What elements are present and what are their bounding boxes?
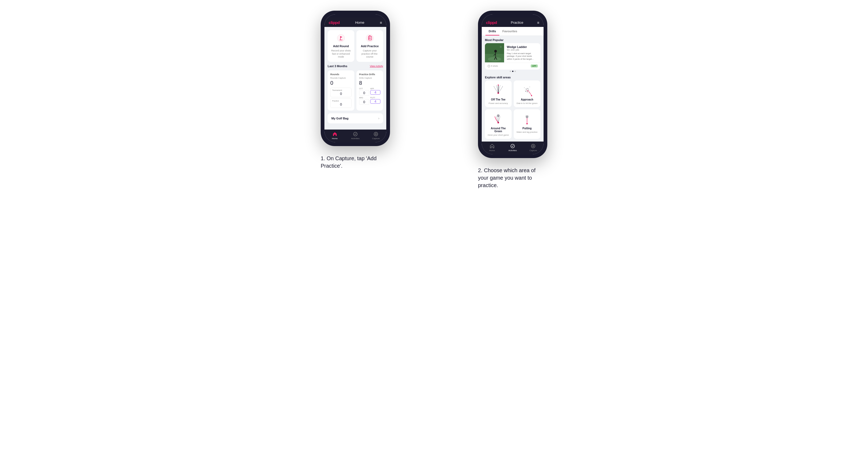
featured-footer: 9 shots APP xyxy=(485,63,540,69)
svg-point-26 xyxy=(528,88,528,89)
featured-img: ☆ xyxy=(485,43,504,62)
dot-3 xyxy=(515,71,516,72)
nav-activities-label-2: Activities xyxy=(508,149,517,152)
approach-subtitle: Dial-in to hit the green xyxy=(517,102,537,104)
putting-subtitle: Make and lag practice xyxy=(517,131,537,133)
action-cards-row: Add Round Record your shots fast or enha… xyxy=(328,30,383,62)
svg-point-32 xyxy=(529,93,530,94)
skill-off-the-tee[interactable]: Off The Tee Power and accuracy xyxy=(485,81,512,107)
phone1-inner: clippd Home ≡ xyxy=(324,14,386,142)
off-the-tee-title: Off The Tee xyxy=(491,98,505,101)
golf-bag-chevron: › xyxy=(378,117,379,120)
nav-capture-label-1: Capture xyxy=(372,137,380,140)
ott-label: OTT xyxy=(359,88,369,90)
golf-bag-label: My Golf Bag xyxy=(331,117,348,120)
nav-capture-1[interactable]: Capture xyxy=(366,132,386,140)
explore-section: Explore skill areas xyxy=(485,76,540,139)
svg-point-27 xyxy=(528,90,529,91)
phone2-bottom-nav: Home Activities xyxy=(482,142,544,154)
featured-yardage: 50–100 yds xyxy=(507,49,538,51)
menu-icon-1[interactable]: ≡ xyxy=(380,21,382,25)
most-popular-label: Most Popular xyxy=(485,38,540,41)
page-container: clippd Home ≡ xyxy=(287,11,581,189)
add-round-subtitle: Record your shots fast or enhanced mode xyxy=(330,49,352,59)
svg-point-30 xyxy=(524,87,525,88)
explore-label: Explore skill areas xyxy=(485,76,540,79)
phone2-header: clippd Practice ≡ xyxy=(482,18,544,27)
approach-title: Approach xyxy=(521,98,533,101)
svg-point-0 xyxy=(337,34,345,42)
svg-point-19 xyxy=(488,65,490,67)
stats-period: Last 3 Months xyxy=(328,64,347,68)
phone1-section: clippd Home ≡ xyxy=(287,11,423,169)
phone2-screen: clippd Practice ≡ Drills Favourites Most… xyxy=(482,14,544,154)
practice-label: Practice xyxy=(332,100,350,102)
rounds-capture-label: Rounds Capture xyxy=(330,77,352,79)
app-label: APP xyxy=(370,88,380,90)
tournament-value: 0 xyxy=(332,92,350,96)
svg-point-21 xyxy=(498,85,499,86)
dot-2 xyxy=(512,71,514,72)
svg-point-28 xyxy=(525,91,526,92)
phone1-header: clippd Home ≡ xyxy=(324,18,386,27)
svg-point-31 xyxy=(529,87,530,87)
phone1-frame: clippd Home ≡ xyxy=(321,11,390,146)
clippd-logo-2: clippd xyxy=(486,20,497,25)
around-green-subtitle: Hone your short game xyxy=(488,134,509,136)
tab-drills[interactable]: Drills xyxy=(486,27,499,35)
nav-home-1[interactable]: Home xyxy=(324,132,345,140)
menu-icon-2[interactable]: ≡ xyxy=(537,21,539,25)
nav-home-label-2: Home xyxy=(489,149,495,152)
ott-value: 0 xyxy=(359,90,369,96)
nav-home-2[interactable]: Home xyxy=(482,144,502,152)
skill-grid: Off The Tee Power and accuracy xyxy=(485,81,540,139)
nav-capture-label-2: Capture xyxy=(529,149,537,152)
svg-point-37 xyxy=(527,123,528,124)
caption2: 2. Choose which area of your game you wa… xyxy=(478,166,547,189)
nav-capture-2[interactable]: Capture xyxy=(523,144,544,152)
rounds-value: 0 xyxy=(330,80,352,86)
app-value: 4 xyxy=(370,90,380,95)
add-practice-card[interactable]: Add Practice Capture your practice off-t… xyxy=(356,30,383,62)
svg-point-25 xyxy=(526,89,527,90)
nav-activities-1[interactable]: Activities xyxy=(345,132,366,140)
drills-capture-label: Drills Capture xyxy=(359,77,380,79)
phone1-statusbar xyxy=(324,14,386,18)
tournament-label: Tournament xyxy=(332,89,350,91)
rounds-title: Rounds xyxy=(330,73,352,76)
tab-favourites[interactable]: Favourites xyxy=(499,27,521,35)
drills-stat-box: Practice Drills Drills Capture 8 OTT 0 xyxy=(356,70,383,111)
add-practice-icon xyxy=(365,33,375,43)
nav-activities-2[interactable]: Activities xyxy=(502,144,523,152)
putting-title: Putting xyxy=(523,127,532,130)
star-icon[interactable]: ☆ xyxy=(500,45,502,48)
drills-title: Practice Drills xyxy=(359,73,380,76)
practice-value: 0 xyxy=(332,102,350,106)
skill-putting[interactable]: Putting Make and lag practice xyxy=(514,109,540,139)
drills-value: 8 xyxy=(359,80,380,86)
golf-bag-row[interactable]: My Golf Bag › xyxy=(328,113,383,123)
svg-point-6 xyxy=(370,38,370,38)
view-activity-link[interactable]: View Activity xyxy=(370,65,383,67)
skill-approach[interactable]: Approach Dial-in to hit the green xyxy=(514,81,540,107)
arg-label: ARG xyxy=(359,97,369,99)
practice-tabs: Drills Favourites xyxy=(482,27,544,36)
svg-point-33 xyxy=(531,95,532,96)
featured-card[interactable]: ☆ Wedge Ladder 50–100 yds Play 1 shot at… xyxy=(485,43,540,69)
svg-point-36 xyxy=(498,116,499,116)
shots-count: 9 shots xyxy=(488,65,498,67)
off-the-tee-subtitle: Power and accuracy xyxy=(489,102,508,104)
skill-around-green[interactable]: Around The Green Hone your short game xyxy=(485,109,512,139)
featured-desc: Play 1 shot at each target yardage. If y… xyxy=(507,52,538,61)
nav-home-label-1: Home xyxy=(332,137,338,140)
practice-title: Practice xyxy=(511,21,523,25)
stats-grid: Rounds Rounds Capture 0 Tournament 0 xyxy=(328,70,383,111)
rounds-stat-box: Rounds Rounds Capture 0 Tournament 0 xyxy=(328,70,354,111)
phone2-statusbar xyxy=(482,14,544,18)
around-green-title: Around The Green xyxy=(488,127,509,133)
nav-activities-label-1: Activities xyxy=(351,137,360,140)
putt-label: PUTT xyxy=(370,97,380,99)
add-round-card[interactable]: Add Round Record your shots fast or enha… xyxy=(328,30,354,62)
featured-content: Wedge Ladder 50–100 yds Play 1 shot at e… xyxy=(504,43,540,63)
dot-1 xyxy=(510,71,511,72)
